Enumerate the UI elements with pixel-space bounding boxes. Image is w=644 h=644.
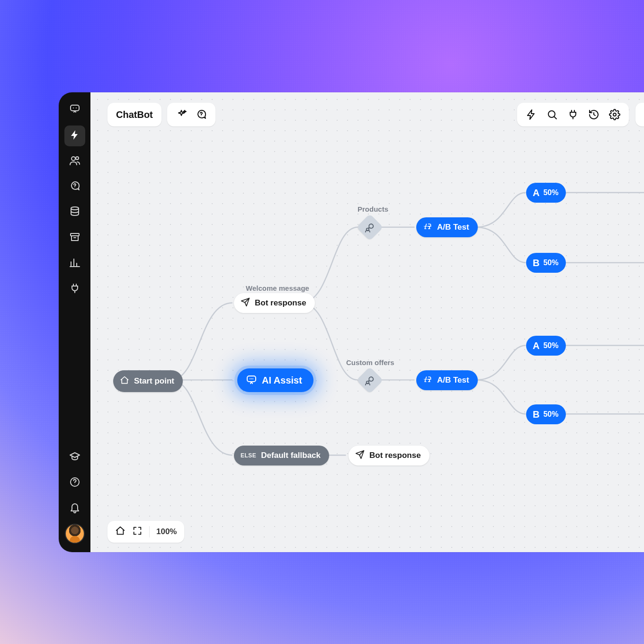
bot-name-chip[interactable]: ChatBot [107,103,161,126]
plug-outline-icon [567,109,579,120]
flow-canvas[interactable]: ChatBot Welcome message [90,92,644,552]
bot-name-label: ChatBot [116,109,153,120]
user-chat-icon [365,222,375,233]
ab-test-label-1: A/B Test [437,223,469,232]
variant-letter: A [533,340,539,351]
svg-point-13 [613,113,616,116]
zoom-bar: 100% [107,521,184,543]
bar-chart-icon [69,257,80,270]
zoom-home-button[interactable] [115,526,125,538]
app-logo-icon [66,100,83,117]
nav-analytics[interactable] [64,253,85,274]
nav-chat[interactable] [64,177,85,197]
sparkle-icon [176,109,187,120]
bot-response-node-2[interactable]: Bot response [349,446,429,465]
top-tools [167,103,215,126]
default-fallback-node[interactable]: ELSE Default fallback [234,446,329,465]
sidebar [59,92,90,552]
variant-letter: B [533,409,539,420]
svg-point-7 [71,207,79,210]
help-icon [69,476,80,490]
users-icon [69,155,80,168]
ai-sparkle-button[interactable] [176,109,187,120]
settings-button[interactable] [609,109,620,120]
gear-icon [609,109,620,120]
chat-refresh-icon [196,109,207,120]
svg-point-11 [201,116,201,116]
variant-a-1[interactable]: A 50% [526,183,566,203]
home-icon [120,376,129,387]
nav-integrations[interactable] [64,279,85,300]
search-icon [546,109,558,120]
variant-b-1[interactable]: B 50% [526,253,566,273]
nav-notifications[interactable] [64,498,85,519]
chat-question-icon [69,180,80,194]
test-button[interactable] [526,109,537,120]
variant-a-2[interactable]: A 50% [526,336,566,356]
canvas-toolbar [517,103,644,126]
nav-learn[interactable] [64,447,85,468]
user-chat-icon [365,375,375,385]
ab-icon [423,222,432,233]
ai-assist-node[interactable]: AI Assist [237,368,313,392]
default-fallback-label: Default fallback [261,451,321,460]
bot-response-label: Bot response [255,298,306,308]
variant-pct: 50% [543,410,558,419]
variant-letter: B [533,258,539,268]
else-badge: ELSE [241,452,256,459]
history-icon [588,109,599,120]
svg-point-2 [73,107,74,108]
home-icon [115,526,125,536]
variant-pct: 50% [543,341,558,350]
bell-icon [69,502,80,515]
ab-test-node-2[interactable]: A/B Test [416,370,478,390]
svg-point-10 [74,484,75,484]
nav-flows[interactable] [64,125,85,146]
variant-pct: 50% [543,259,558,267]
svg-point-3 [76,107,77,108]
zoom-fit-button[interactable] [132,526,143,538]
chat-icon [246,374,257,387]
user-input-diamond-custom[interactable] [357,367,384,394]
ai-assist-label: AI Assist [262,375,302,386]
nav-database[interactable] [64,202,85,223]
bot-response-node[interactable]: Bot response [234,293,315,313]
ab-test-node-1[interactable]: A/B Test [416,217,478,237]
integrate-button[interactable] [567,109,579,120]
plug-icon [69,283,80,296]
start-node-label: Start point [134,376,174,386]
expand-icon [132,526,143,536]
zoom-level: 100% [156,527,177,537]
history-button[interactable] [588,109,599,120]
archive-icon [69,232,80,245]
svg-point-6 [74,187,75,188]
connectors [90,92,644,552]
svg-point-5 [76,157,79,160]
svg-point-4 [72,157,75,161]
divider [149,526,150,537]
products-label: Products [358,205,388,213]
welcome-label: Welcome message [246,284,309,292]
variant-letter: A [533,188,539,198]
variant-pct: 50% [543,188,558,197]
bot-response-label-2: Bot response [369,451,421,460]
chat-preview-button[interactable] [196,109,207,120]
start-node[interactable]: Start point [113,370,183,392]
search-button[interactable] [546,109,558,120]
ab-test-label-2: A/B Test [437,376,469,385]
user-input-diamond-products[interactable] [357,214,384,241]
bolt-icon [69,129,80,143]
custom-offers-label: Custom offers [346,358,394,367]
bolt-outline-icon [526,109,537,120]
nav-help[interactable] [64,473,85,493]
user-avatar[interactable] [65,524,85,544]
graduation-icon [69,451,80,464]
send-icon [241,297,250,309]
variant-b-2[interactable]: B 50% [526,404,566,424]
svg-rect-1 [71,105,79,111]
nav-users[interactable] [64,151,85,172]
toolbar-overflow [635,103,644,126]
nav-archive[interactable] [64,228,85,249]
svg-rect-8 [71,233,79,236]
ab-icon [423,375,432,386]
